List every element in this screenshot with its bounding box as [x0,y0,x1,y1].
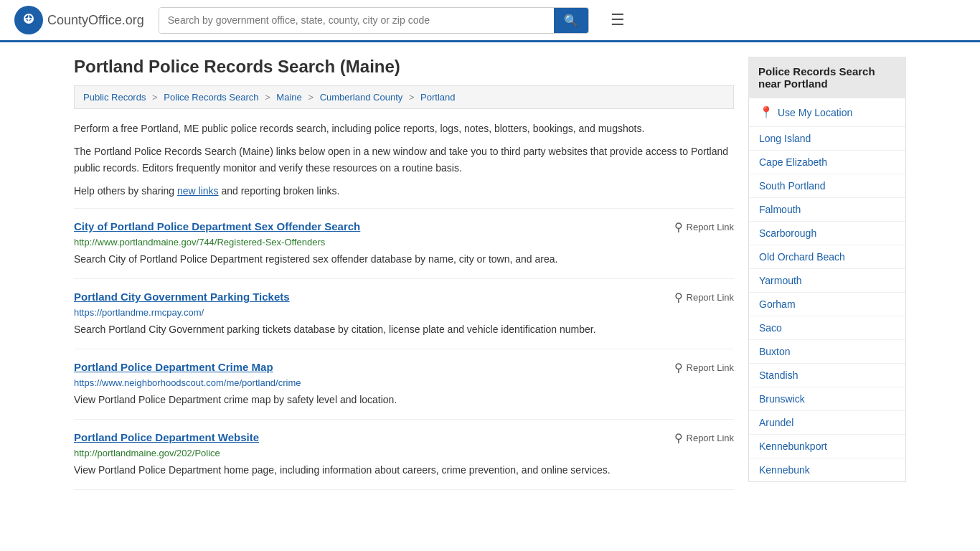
use-my-location-label: Use My Location [778,107,852,118]
report-icon: ⚲ [674,431,683,445]
location-pin-icon: 📍 [759,105,773,119]
intro-text-3: Help others by sharing new links and rep… [74,183,734,199]
result-card: Portland Police Department Crime Map ⚲ R… [74,349,734,420]
logo-text: CountyOffice.org [47,13,144,28]
result-title-link[interactable]: Portland Police Department Crime Map [74,361,273,373]
report-link-button[interactable]: ⚲ Report Link [674,220,734,234]
sidebar-content: 📍 Use My Location Long IslandCape Elizab… [748,98,906,482]
sidebar-location-link[interactable]: Falmouth [749,198,905,222]
sidebar-location-link[interactable]: South Portland [749,174,905,198]
search-button[interactable]: 🔍 [554,8,588,33]
use-my-location-button[interactable]: 📍 Use My Location [749,98,905,127]
result-description: Search Portland City Government parking … [74,322,734,337]
result-url: http://www.portlandmaine.gov/744/Registe… [74,237,734,248]
result-card: Portland City Government Parking Tickets… [74,279,734,349]
report-icon: ⚲ [674,361,683,375]
result-title-link[interactable]: Portland City Government Parking Tickets [74,291,290,303]
search-input[interactable] [159,8,554,33]
report-link-label: Report Link [687,433,734,443]
breadcrumb-maine[interactable]: Maine [276,92,301,103]
result-url: https://www.neighborhoodscout.com/me/por… [74,377,734,388]
result-card: Portland Police Department Website ⚲ Rep… [74,420,734,490]
breadcrumb-public-records[interactable]: Public Records [83,92,146,103]
result-title-row: Portland City Government Parking Tickets… [74,291,734,304]
result-title-row: Portland Police Department Website ⚲ Rep… [74,431,734,445]
result-title-row: City of Portland Police Department Sex O… [74,220,734,234]
main-container: Portland Police Records Search (Maine) P… [60,42,920,504]
result-url: http://portlandmaine.gov/202/Police [74,448,734,458]
result-description: View Portland Police Department crime ma… [74,392,734,408]
intro-text-2: The Portland Police Records Search (Main… [74,143,734,176]
logo-link[interactable]: CountyOffice.org [14,6,144,34]
sidebar-location-link[interactable]: Gorham [749,293,905,316]
report-link-button[interactable]: ⚲ Report Link [674,361,734,375]
sidebar-location-link[interactable]: Kennebunk [749,458,905,481]
hamburger-menu-icon[interactable]: ☰ [611,11,625,29]
site-header: CountyOffice.org 🔍 ☰ [0,0,980,42]
new-links-link[interactable]: new links [177,185,219,197]
report-link-label: Report Link [687,362,734,373]
report-icon: ⚲ [674,291,683,304]
result-title-link[interactable]: Portland Police Department Website [74,431,259,443]
breadcrumb-portland[interactable]: Portland [420,92,455,103]
sidebar-location-link[interactable]: Arundel [749,411,905,435]
search-bar: 🔍 [159,7,589,34]
breadcrumb: Public Records > Police Records Search >… [74,85,734,109]
result-description: Search City of Portland Police Departmen… [74,252,734,267]
result-url: https://portlandme.rmcpay.com/ [74,307,734,318]
report-link-label: Report Link [687,292,734,303]
content-area: Portland Police Records Search (Maine) P… [74,57,734,490]
report-link-label: Report Link [687,222,734,232]
result-card: City of Portland Police Department Sex O… [74,208,734,279]
report-link-button[interactable]: ⚲ Report Link [674,291,734,304]
page-title: Portland Police Records Search (Maine) [74,57,734,77]
sidebar-location-link[interactable]: Brunswick [749,387,905,411]
breadcrumb-police-records-search[interactable]: Police Records Search [164,92,258,103]
result-title-link[interactable]: City of Portland Police Department Sex O… [74,220,360,232]
results-list: City of Portland Police Department Sex O… [74,208,734,490]
sidebar-location-link[interactable]: Standish [749,364,905,387]
sidebar-location-link[interactable]: Old Orchard Beach [749,245,905,269]
breadcrumb-cumberland-county[interactable]: Cumberland County [320,92,403,103]
logo-icon [14,6,43,34]
sidebar-location-link[interactable]: Cape Elizabeth [749,151,905,174]
report-link-button[interactable]: ⚲ Report Link [674,431,734,445]
intro-text-1: Perform a free Portland, ME public polic… [74,121,734,136]
sidebar-location-link[interactable]: Buxton [749,340,905,364]
result-title-row: Portland Police Department Crime Map ⚲ R… [74,361,734,375]
result-description: View Portland Police Department home pag… [74,463,734,478]
report-icon: ⚲ [674,220,683,234]
sidebar-location-link[interactable]: Yarmouth [749,269,905,293]
sidebar-location-link[interactable]: Saco [749,316,905,340]
sidebar-location-link[interactable]: Long Island [749,127,905,151]
sidebar-location-link[interactable]: Scarborough [749,222,905,245]
sidebar-location-link[interactable]: Kennebunkport [749,435,905,458]
sidebar-links-container: Long IslandCape ElizabethSouth PortlandF… [749,127,905,481]
sidebar-header: Police Records Search near Portland [748,57,906,98]
sidebar: Police Records Search near Portland 📍 Us… [748,57,906,490]
